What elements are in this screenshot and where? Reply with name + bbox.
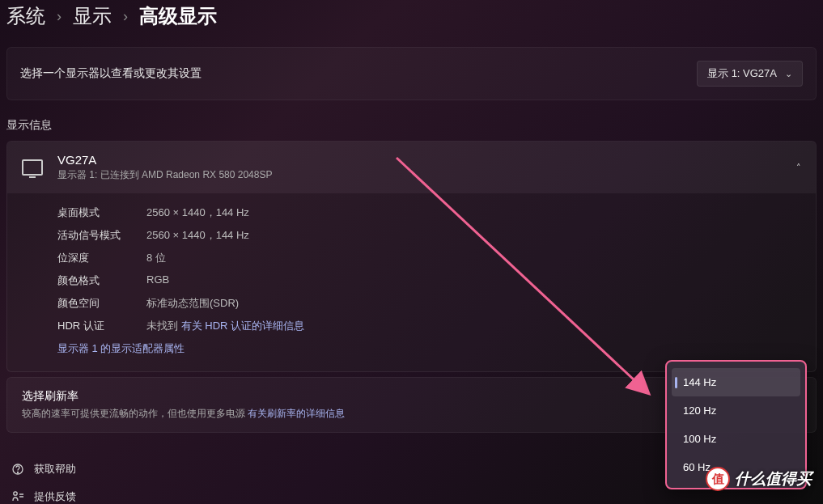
refresh-option-100[interactable]: 100 Hz <box>672 425 800 453</box>
chevron-down-icon: ⌄ <box>785 69 792 79</box>
row-color-space: 颜色空间 标准动态范围(SDR) <box>57 292 766 315</box>
dropdown-value: 显示 1: VG27A <box>707 66 777 81</box>
crumb-display[interactable]: 显示 <box>73 3 112 29</box>
monitor-connection: 显示器 1: 已连接到 AMD Radeon RX 580 2048SP <box>57 168 782 182</box>
svg-point-1 <box>18 472 19 473</box>
adapter-properties-link[interactable]: 显示器 1 的显示适配器属性 <box>57 341 185 356</box>
chevron-up-icon: ˄ <box>796 163 801 173</box>
row-hdr: HDR 认证 未找到 有关 HDR 认证的详细信息 <box>57 315 766 337</box>
display-info-body: 桌面模式 2560 × 1440，144 Hz 活动信号模式 2560 × 14… <box>7 193 816 371</box>
display-selector-dropdown[interactable]: 显示 1: VG27A ⌄ <box>697 61 803 87</box>
chevron-right-icon: › <box>123 8 128 25</box>
feedback-icon <box>11 490 24 503</box>
display-info-card: VG27A 显示器 1: 已连接到 AMD Radeon RX 580 2048… <box>6 141 817 372</box>
crumb-advanced-display: 高级显示 <box>139 3 217 29</box>
svg-point-2 <box>14 492 17 495</box>
refresh-option-144[interactable]: 144 Hz <box>672 368 800 396</box>
breadcrumb: 系统 › 显示 › 高级显示 <box>0 0 823 40</box>
hdr-info-link[interactable]: 有关 HDR 认证的详细信息 <box>181 320 304 332</box>
display-selector-panel: 选择一个显示器以查看或更改其设置 显示 1: VG27A ⌄ <box>6 47 817 100</box>
row-desktop-mode: 桌面模式 2560 × 1440，144 Hz <box>57 201 766 224</box>
refresh-option-120[interactable]: 120 Hz <box>672 396 800 425</box>
row-bit-depth: 位深度 8 位 <box>57 247 766 269</box>
row-active-signal: 活动信号模式 2560 × 1440，144 Hz <box>57 224 766 247</box>
refresh-rate-dropdown-menu: 144 Hz 120 Hz 100 Hz 60 Hz <box>665 360 807 489</box>
monitor-name: VG27A <box>57 153 782 167</box>
refresh-rate-info-link[interactable]: 有关刷新率的详细信息 <box>248 408 345 419</box>
monitor-icon <box>22 159 43 176</box>
help-icon <box>11 463 24 476</box>
section-heading-display-info: 显示信息 <box>6 118 817 133</box>
refresh-option-60[interactable]: 60 Hz <box>672 453 800 481</box>
display-info-header[interactable]: VG27A 显示器 1: 已连接到 AMD Radeon RX 580 2048… <box>7 142 816 193</box>
selector-label: 选择一个显示器以查看或更改其设置 <box>20 66 202 81</box>
row-color-format: 颜色格式 RGB <box>57 269 766 292</box>
crumb-system[interactable]: 系统 <box>6 3 45 29</box>
chevron-right-icon: › <box>57 8 62 25</box>
row-adapter-link: 显示器 1 的显示适配器属性 <box>57 337 766 360</box>
